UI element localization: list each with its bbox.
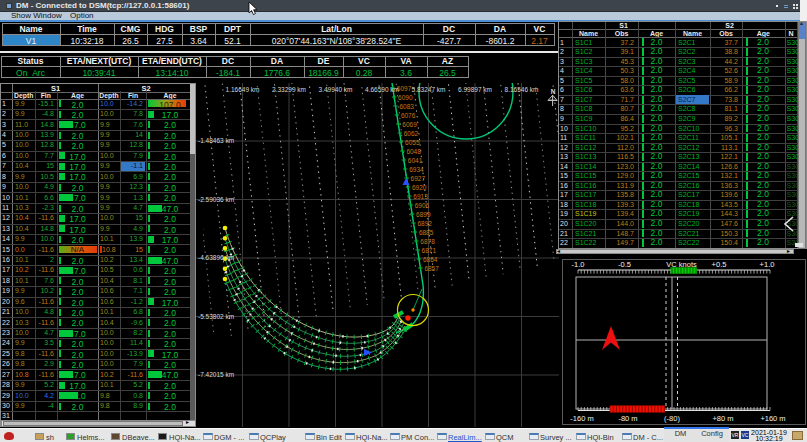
svg-text:6934: 6934 bbox=[409, 166, 424, 173]
svg-text:N: N bbox=[551, 88, 556, 95]
svg-text:6913: 6913 bbox=[413, 193, 428, 200]
svg-text:-1.48463 km: -1.48463 km bbox=[198, 137, 234, 144]
svg-text:6899: 6899 bbox=[416, 211, 431, 218]
svg-text:6090: 6090 bbox=[398, 94, 413, 101]
svg-text:-4.63896 km: -4.63896 km bbox=[198, 254, 234, 261]
svg-text:3.49940 km: 3.49940 km bbox=[319, 86, 353, 93]
svg-text:6885: 6885 bbox=[419, 229, 434, 236]
svg-text:6927: 6927 bbox=[411, 175, 426, 182]
svg-text:6864: 6864 bbox=[423, 256, 438, 263]
svg-text:8.16546 km: 8.16546 km bbox=[505, 86, 539, 93]
svg-text:6083: 6083 bbox=[400, 103, 415, 110]
svg-text:6906: 6906 bbox=[415, 202, 430, 209]
svg-text:6871: 6871 bbox=[422, 247, 437, 254]
svg-text:2.33299 km: 2.33299 km bbox=[272, 86, 306, 93]
svg-text:-2.59036 km: -2.59036 km bbox=[198, 196, 234, 203]
svg-text:5.83247 km: 5.83247 km bbox=[412, 86, 446, 93]
svg-text:6878: 6878 bbox=[420, 238, 435, 245]
svg-text:6857: 6857 bbox=[424, 265, 439, 272]
svg-text:4.66590 km: 4.66590 km bbox=[365, 86, 399, 93]
svg-text:-5.53802 km: -5.53802 km bbox=[198, 313, 234, 320]
svg-text:6062: 6062 bbox=[404, 130, 419, 137]
svg-text:6920: 6920 bbox=[412, 184, 427, 191]
svg-text:6097: 6097 bbox=[397, 85, 412, 92]
svg-text:6041: 6041 bbox=[408, 157, 423, 164]
svg-text:6055: 6055 bbox=[405, 139, 420, 146]
svg-text:6.99897 km: 6.99897 km bbox=[458, 86, 492, 93]
svg-text:6076: 6076 bbox=[401, 112, 416, 119]
svg-text:6048: 6048 bbox=[406, 148, 421, 155]
svg-text:6069: 6069 bbox=[402, 121, 417, 128]
svg-text:1.16649 km: 1.16649 km bbox=[226, 86, 260, 93]
svg-text:-7.42015 km: -7.42015 km bbox=[198, 371, 234, 378]
svg-text:6892: 6892 bbox=[418, 220, 433, 227]
